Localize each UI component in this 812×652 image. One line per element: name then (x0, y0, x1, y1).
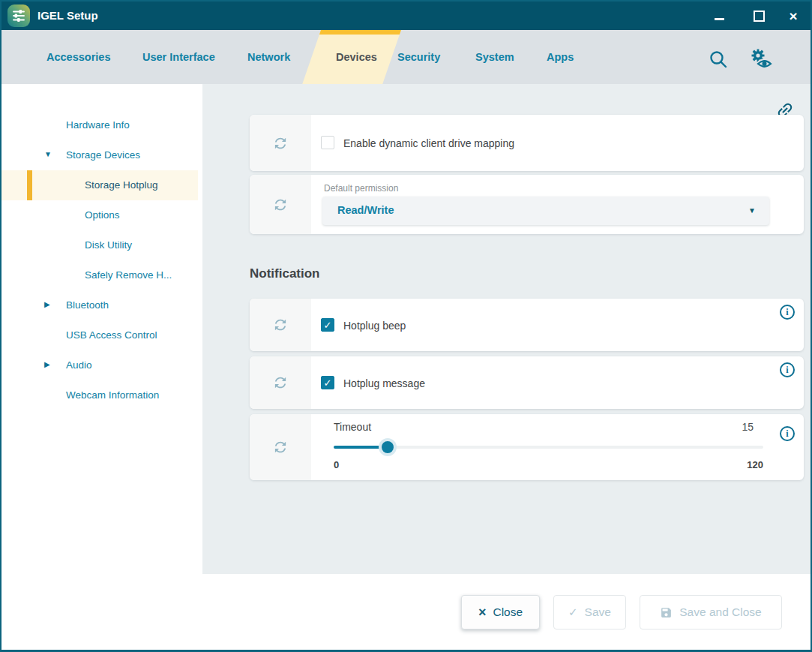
default-permission-label: Default permission (324, 183, 398, 194)
selected-item-bar (27, 170, 32, 200)
sidebar-item-storage-hotplug[interactable]: Storage Hotplug (1, 170, 202, 200)
tab-bar: Accessories User Interface Network Devic… (1, 30, 811, 84)
tab-system[interactable]: System (475, 51, 514, 63)
caret-right-icon[interactable]: ▶ (44, 360, 56, 368)
reset-band (250, 414, 311, 480)
tab-network[interactable]: Network (247, 51, 290, 63)
close-button-label: Close (493, 605, 523, 619)
sidebar-item-safely-remove[interactable]: Safely Remove H... (1, 260, 202, 290)
reset-to-default-icon[interactable] (268, 131, 292, 155)
info-icon[interactable]: i (780, 305, 795, 320)
floppy-icon (660, 606, 673, 619)
sidebar-item-disk-utility[interactable]: Disk Utility (1, 230, 202, 260)
minimize-button[interactable] (709, 2, 729, 30)
row-timeout: Timeout 15 0 120 i (250, 414, 804, 480)
window-title: IGEL Setup (37, 2, 98, 30)
window-close-button[interactable]: × (784, 2, 803, 30)
tab-apps[interactable]: Apps (547, 51, 574, 63)
reset-band (250, 356, 311, 409)
search-icon[interactable] (707, 48, 730, 74)
save-button-label: Save (585, 605, 611, 619)
slider-track[interactable] (334, 446, 763, 449)
close-icon: × (789, 9, 797, 23)
maximize-icon (754, 11, 765, 22)
row-hotplug-message: ✓ Hotplug message i (250, 356, 804, 409)
save-and-close-button: Save and Close (640, 595, 782, 629)
settings-panel: ✓ Enable dynamic client drive mapping De… (202, 84, 811, 574)
check-icon: ✓ (324, 320, 332, 330)
info-icon[interactable]: i (780, 362, 795, 377)
hotplug-message-checkbox[interactable]: ✓ (321, 376, 334, 389)
dynamic-mapping-label: Enable dynamic client drive mapping (343, 137, 514, 149)
app-logo-icon (7, 5, 30, 27)
reset-band (250, 115, 311, 171)
reset-to-default-icon[interactable] (268, 313, 292, 336)
sidebar-item-bluetooth[interactable]: ▶ Bluetooth (1, 290, 202, 320)
reset-band (250, 299, 311, 351)
chevron-down-icon: ▼ (748, 206, 756, 215)
timeout-label: Timeout (334, 421, 371, 433)
reset-to-default-icon[interactable] (268, 435, 292, 458)
save-and-close-button-label: Save and Close (679, 605, 761, 619)
reset-to-default-icon[interactable] (268, 371, 292, 394)
timeout-value: 15 (742, 421, 754, 433)
sidebar-item-usb-access-control[interactable]: USB Access Control (1, 320, 202, 350)
sidebar-item-storage-devices[interactable]: ▼ Storage Devices (1, 140, 202, 170)
title-bar: IGEL Setup × (1, 2, 811, 30)
tab-security[interactable]: Security (397, 51, 440, 63)
sidebar-item-webcam-information[interactable]: Webcam Information (1, 380, 202, 410)
reset-band (250, 175, 311, 234)
maximize-button[interactable] (749, 2, 769, 30)
row-default-permission: Default permission Read/Write ▼ (250, 175, 804, 234)
timeout-max: 120 (747, 459, 763, 470)
igel-setup-window: IGEL Setup × Accessories User Interface … (0, 0, 812, 652)
caret-right-icon[interactable]: ▶ (44, 300, 56, 308)
reset-to-default-icon[interactable] (268, 193, 292, 216)
check-icon: ✓ (324, 378, 332, 388)
selected-value: Read/Write (337, 204, 394, 216)
close-x-icon: × (478, 605, 487, 620)
close-button[interactable]: × Close (461, 595, 540, 629)
settings-tree-sidebar: Hardware Info ▼ Storage Devices Storage … (1, 84, 202, 574)
hotplug-beep-checkbox[interactable]: ✓ (321, 318, 334, 332)
save-button: ✓ Save (553, 595, 626, 629)
check-icon: ✓ (568, 605, 578, 619)
default-permission-select[interactable]: Read/Write ▼ (322, 197, 769, 225)
slider-thumb[interactable] (382, 441, 394, 453)
tab-accessories[interactable]: Accessories (46, 51, 110, 63)
sidebar-item-options[interactable]: Options (1, 200, 202, 230)
tab-devices[interactable]: Devices (336, 51, 377, 63)
timeout-slider-fill (334, 446, 388, 449)
main-region: Hardware Info ▼ Storage Devices Storage … (1, 84, 811, 650)
timeout-slider[interactable] (334, 441, 763, 453)
hotplug-message-label: Hotplug message (343, 377, 425, 389)
tab-user-interface[interactable]: User Interface (142, 51, 215, 63)
sidebar-item-hardware-info[interactable]: Hardware Info (1, 110, 202, 140)
caret-down-icon[interactable]: ▼ (44, 150, 56, 158)
dynamic-mapping-checkbox[interactable]: ✓ (321, 136, 334, 149)
settings-visibility-icon[interactable] (747, 46, 775, 76)
sidebar-item-audio[interactable]: ▶ Audio (1, 350, 202, 380)
row-dynamic-mapping: ✓ Enable dynamic client drive mapping (250, 115, 804, 171)
info-icon[interactable]: i (780, 426, 795, 441)
section-title: Notification (250, 266, 320, 281)
hotplug-beep-label: Hotplug beep (343, 320, 406, 332)
minimize-icon (715, 18, 724, 20)
timeout-min: 0 (334, 459, 339, 470)
row-hotplug-beep: ✓ Hotplug beep i (250, 299, 804, 351)
